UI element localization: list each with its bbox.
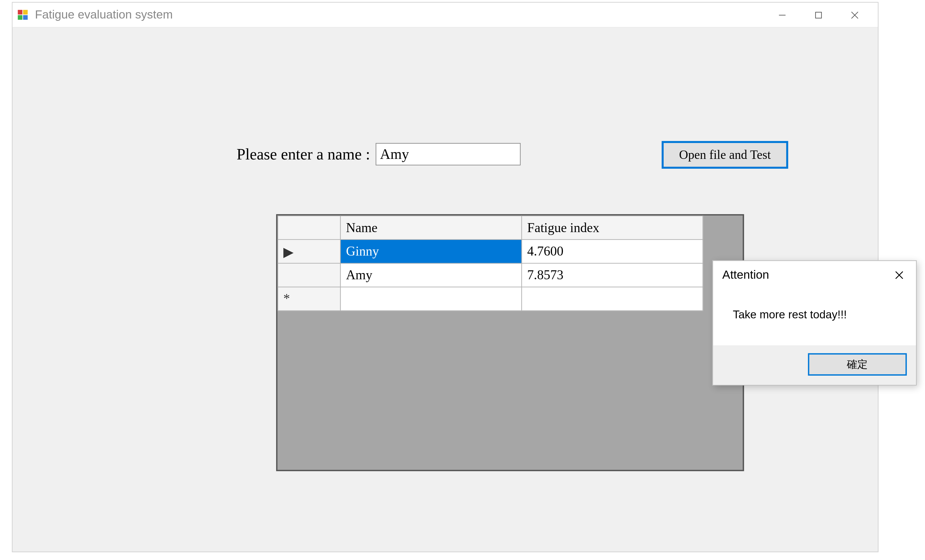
name-input[interactable] (375, 143, 520, 165)
cell-fatigue[interactable]: 7.8573 (521, 263, 703, 287)
name-input-row: Please enter a name : (237, 143, 520, 165)
header-row: Name Fatigue index (278, 216, 703, 239)
svg-rect-1 (815, 12, 821, 18)
table-row[interactable]: Amy 7.8573 (278, 263, 703, 287)
dialog-footer: 確定 (713, 345, 916, 385)
dialog-message: Take more rest today!!! (713, 289, 916, 345)
column-header-fatigue[interactable]: Fatigue index (521, 216, 703, 239)
dialog-close-button[interactable] (886, 265, 912, 285)
open-file-and-test-button[interactable]: Open file and Test (661, 141, 788, 169)
cell-name[interactable] (340, 287, 521, 311)
minimize-button[interactable] (764, 2, 800, 27)
table-row[interactable]: ▶ Ginny 4.7600 (278, 239, 703, 263)
column-header-rowselector[interactable] (278, 216, 340, 239)
maximize-icon (814, 11, 822, 19)
table-row-new[interactable]: * (278, 287, 703, 311)
close-icon (895, 271, 903, 279)
window-controls (764, 2, 872, 27)
name-label: Please enter a name : (237, 145, 370, 163)
column-header-name[interactable]: Name (340, 216, 521, 239)
titlebar[interactable]: Fatigue evaluation system (12, 3, 878, 28)
row-indicator[interactable] (278, 263, 340, 287)
datagrid-table: Name Fatigue index ▶ Ginny 4.7600 Amy (277, 215, 703, 311)
results-datagrid[interactable]: Name Fatigue index ▶ Ginny 4.7600 Amy (276, 214, 744, 471)
row-indicator[interactable]: ▶ (278, 239, 340, 263)
row-indicator-new[interactable]: * (278, 287, 340, 311)
dialog-title: Attention (722, 268, 886, 282)
window-title: Fatigue evaluation system (35, 8, 764, 22)
close-icon (850, 11, 858, 19)
minimize-icon (778, 11, 786, 19)
attention-dialog: Attention Take more rest today!!! 確定 (712, 260, 917, 385)
app-icon (18, 9, 28, 20)
dialog-ok-button[interactable]: 確定 (808, 353, 907, 375)
cell-fatigue[interactable] (521, 287, 703, 311)
close-button[interactable] (836, 2, 872, 27)
cell-name[interactable]: Ginny (340, 239, 521, 263)
cell-name[interactable]: Amy (340, 263, 521, 287)
dialog-titlebar[interactable]: Attention (713, 261, 916, 289)
cell-fatigue[interactable]: 4.7600 (521, 239, 703, 263)
maximize-button[interactable] (800, 2, 836, 27)
